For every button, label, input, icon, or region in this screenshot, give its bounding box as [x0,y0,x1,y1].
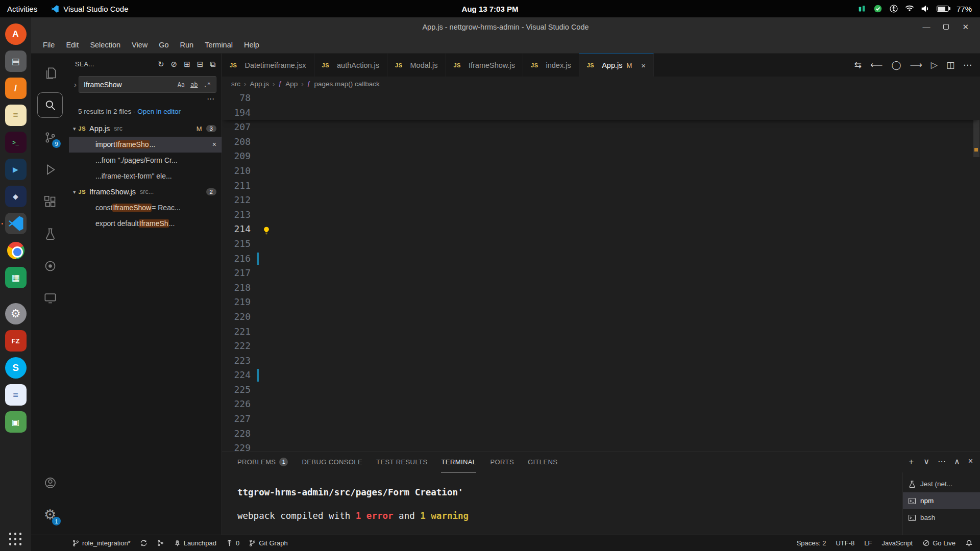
status-eol[interactable]: LF [864,539,872,547]
code-line[interactable]: 221 [222,324,980,339]
search-file-app-js[interactable]: ▾JSApp.jssrcM3 [69,121,222,137]
breadcrumb-item-app[interactable]: App [285,80,298,88]
run-or-debug-icon[interactable]: ▷ [931,60,938,70]
gutter-glyph[interactable] [251,208,275,222]
gutter-glyph[interactable] [251,354,275,368]
activity-testing[interactable] [38,221,62,246]
code-line[interactable]: 223 [222,354,980,368]
line-number[interactable]: 221 [222,324,251,339]
dock-vscode[interactable] [5,213,27,234]
toggle-search-details-icon[interactable]: ⋯ [69,93,222,104]
code-line[interactable]: 211 [222,179,980,193]
lightbulb-icon[interactable] [262,224,271,234]
line-number[interactable]: 207 [222,120,251,135]
line-number[interactable]: 210 [222,164,251,179]
line-number[interactable]: 215 [222,237,251,252]
code-line[interactable]: 209 [222,149,980,164]
menu-file[interactable]: File [37,39,60,51]
dock-writer[interactable]: ≡ [5,384,27,406]
status-git-graph[interactable]: Git Graph [249,539,287,547]
gutter-glyph[interactable] [251,193,275,208]
line-number[interactable]: 211 [222,179,251,193]
panel-tab-test-results[interactable]: TEST RESULTS [376,452,427,472]
breadcrumb-item-pages-map-callback[interactable]: pages.map() callback [314,80,379,88]
line-number[interactable]: 226 [222,397,251,412]
line-number[interactable]: 228 [222,427,251,441]
status-notifications[interactable] [965,539,973,547]
use-regex-toggle[interactable]: .* [202,80,213,89]
code-line[interactable]: 214 [222,222,980,237]
line-number[interactable]: 229 [222,441,251,451]
gutter-glyph[interactable] [251,252,275,266]
gutter-glyph[interactable] [251,91,275,106]
line-number[interactable]: 78 [222,91,251,106]
whole-word-toggle[interactable]: ab [188,80,200,89]
next-change-icon[interactable]: ⟶ [910,60,922,70]
gutter-glyph[interactable] [251,295,275,310]
gutter-glyph[interactable] [251,339,275,354]
activity-search[interactable] [38,93,62,117]
refresh-icon[interactable]: ↻ [158,60,164,69]
dock-terminal-app[interactable]: >_ [5,132,27,153]
code-line[interactable]: 213 [222,208,980,222]
dock-spreadsheet[interactable]: ▦ [5,267,27,288]
close-panel-icon[interactable]: × [968,457,973,467]
code-line[interactable]: 219 [222,295,980,310]
gutter-glyph[interactable] [251,164,275,179]
gutter-glyph[interactable] [251,266,275,281]
terminal-dropdown-icon[interactable]: ∨ [923,457,929,467]
code-line[interactable]: 222 [222,339,980,354]
terminal-session-jest-net[interactable]: Jest (net... [903,475,980,492]
line-number[interactable]: 227 [222,412,251,427]
panel-tab-problems[interactable]: PROBLEMS1 [237,452,288,472]
menu-help[interactable]: Help [238,39,265,51]
line-number[interactable]: 224 [222,368,251,383]
code-line[interactable]: 227 [222,412,980,427]
system-tray[interactable]: 77% [857,5,980,13]
status-sync-changes[interactable] [140,539,148,547]
minimize-button[interactable]: — [922,23,930,31]
line-number[interactable]: 213 [222,208,251,222]
code-line[interactable]: 225 [222,383,980,397]
line-number[interactable]: 220 [222,310,251,324]
status-go-live[interactable]: Go Live [922,539,955,547]
code-line[interactable]: 215 [222,237,980,252]
line-number[interactable]: 209 [222,149,251,164]
gutter-changes-icon[interactable]: ◯ [891,60,901,70]
titlebar[interactable]: App.js - nettgrow-hrms-admin - Visual St… [31,17,980,36]
dock-design-tool[interactable]: ▶ [5,159,27,180]
search-file-iframeshow-js[interactable]: ▾JSIframeShow.jssrc...2 [69,184,222,200]
code-line[interactable]: 229 [222,441,980,451]
code-line[interactable]: 228 [222,427,980,441]
code-line[interactable]: 220 [222,310,980,324]
close-button[interactable]: ✕ [962,23,969,31]
line-number[interactable]: 194 [222,106,251,120]
code-line[interactable]: 217 [222,266,980,281]
status-encoding[interactable]: UTF-8 [836,539,854,547]
code-line[interactable]: 210 [222,164,980,179]
dock-marker-tool[interactable]: / [5,78,27,99]
gutter-glyph[interactable] [251,281,275,295]
more-panel-actions-icon[interactable]: ⋯ [938,457,946,467]
menu-edit[interactable]: Edit [60,39,84,51]
menu-selection[interactable]: Selection [84,39,126,51]
dock-ubuntu-software[interactable]: A [5,23,27,45]
gutter-glyph[interactable] [251,383,275,397]
gutter-glyph[interactable] [251,441,275,451]
dock-chrome[interactable] [5,240,27,261]
status-launchpad[interactable]: Launchpad [174,539,216,547]
panel-tab-gitlens[interactable]: GITLENS [528,452,557,472]
code-line[interactable]: 212 [222,193,980,208]
code-line[interactable]: 216 [222,252,980,266]
maximize-panel-icon[interactable]: ∧ [954,457,960,467]
tab-index-js[interactable]: JSindex.js [523,54,579,77]
menu-run[interactable]: Run [175,39,200,51]
status-compare-branch[interactable] [157,539,164,547]
tab-authaction-js[interactable]: JSauthAction.js [314,54,388,77]
collapse-all-icon[interactable]: ⊟ [197,60,204,69]
panel-tab-terminal[interactable]: TERMINAL [441,452,476,472]
search-match[interactable]: export default IframeSh... [69,216,222,232]
activity-gitlens[interactable] [38,254,62,278]
activity-extensions[interactable] [38,189,62,214]
match-case-toggle[interactable]: Aa [176,80,187,89]
